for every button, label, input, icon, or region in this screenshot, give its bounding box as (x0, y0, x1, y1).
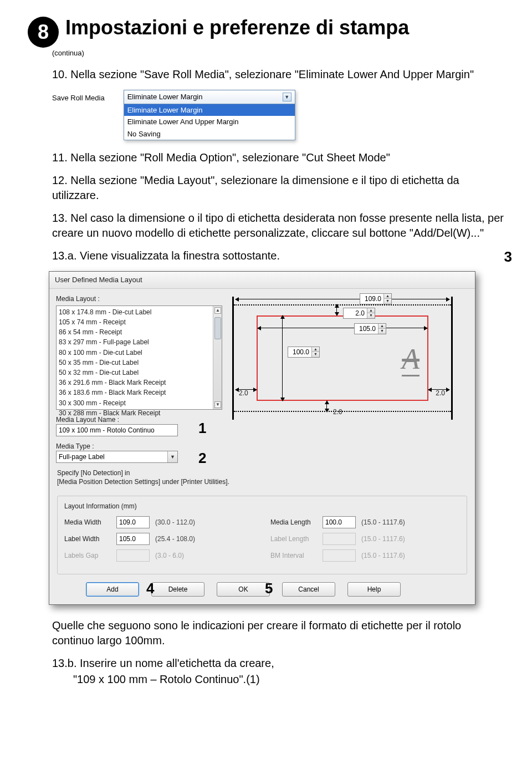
callout-5: 5 (265, 579, 273, 598)
media-length-range: (15.0 - 1117.6) (361, 518, 405, 527)
labels-gap-label: Labels Gap (64, 551, 111, 560)
list-item[interactable]: 36 x 183.6 mm - Black Mark Receipt (59, 388, 211, 398)
instruction-13b-line2: "109 x 100 mm – Rotolo Continuo".(1) (73, 672, 504, 687)
chevron-down-icon[interactable]: ▼ (283, 93, 291, 101)
left-margin-value: 2.0 (239, 389, 248, 398)
bm-interval-range: (15.0 - 1117.6) (361, 551, 405, 560)
media-width-input[interactable] (116, 516, 150, 528)
list-item[interactable]: 80 x 100 mm - Die-cut Label (59, 348, 211, 358)
media-layout-listbox[interactable]: 108 x 174.8 mm - Die-cut Label 105 x 74 … (56, 305, 222, 410)
scroll-up-icon[interactable]: ▲ (214, 307, 221, 314)
media-length-label: Media Length (270, 518, 317, 527)
callout-4: 4 (146, 579, 154, 598)
media-layout-label: Media Layout : (56, 294, 222, 303)
callout-1: 1 (198, 419, 206, 438)
dropdown-option[interactable]: Eliminate Lower And Upper Margin (124, 116, 295, 128)
list-item[interactable]: 30 x 300 mm - Receipt (59, 398, 211, 408)
top-margin-spinner[interactable]: ▲▼ (343, 308, 375, 319)
label-width-input[interactable] (116, 533, 150, 545)
dropdown-current[interactable]: Eliminate Lower Margin ▼ (124, 90, 295, 104)
footer-para: Quelle che seguono sono le indicazioni p… (52, 618, 504, 648)
label-width-spinner[interactable]: ▲▼ (354, 323, 386, 334)
dropdown-current-text: Eliminate Lower Margin (127, 92, 203, 102)
callout-2: 2 (198, 449, 206, 468)
list-item[interactable]: 105 x 74 mm - Receipt (59, 317, 211, 327)
label-length-range: (15.0 - 1117.6) (361, 534, 405, 543)
labels-gap-range: (3.0 - 6.0) (155, 551, 184, 560)
scroll-thumb[interactable] (214, 317, 221, 339)
add-button[interactable]: Add (86, 582, 139, 597)
media-width-label: Media Width (64, 518, 111, 527)
layout-preview: ▲▼ ▲▼ ▲▼ ▲▼ (229, 294, 456, 422)
list-item[interactable]: 50 x 35 mm - Die-cut Label (59, 358, 211, 368)
height-spinner[interactable]: ▲▼ (288, 347, 320, 358)
media-type-combo[interactable]: ▼ (56, 451, 178, 463)
bottom-margin-value: 2.0 (333, 408, 342, 416)
list-item[interactable]: 108 x 174.8 mm - Die-cut Label (59, 307, 211, 317)
help-button[interactable]: Help (347, 582, 401, 597)
instruction-11: 11. Nella sezione "Roll Media Option", s… (52, 150, 504, 165)
instruction-13b-line1: 13.b. Inserire un nome all'etichetta da … (52, 656, 504, 671)
label-width-label: Label Width (64, 534, 111, 543)
dropdown-option[interactable]: Eliminate Lower Margin (124, 104, 295, 116)
media-length-input[interactable] (323, 516, 356, 528)
cancel-button[interactable]: Cancel (282, 582, 335, 597)
label-length-input (323, 533, 356, 545)
list-item[interactable]: 36 x 291.6 mm - Black Mark Receipt (59, 378, 211, 388)
dropdown-option[interactable]: No Saving (124, 128, 295, 140)
page-title: Impostazioni e preferenze di stampa (65, 17, 409, 39)
media-type-label: Media Type : (56, 442, 222, 451)
callout-3: 3 (504, 247, 512, 267)
bm-interval-label: BM Interval (270, 551, 317, 560)
right-margin-value: 2.0 (436, 389, 445, 398)
step-number-badge: 8 (28, 17, 59, 48)
ok-button[interactable]: OK (217, 582, 270, 597)
list-item[interactable]: 83 x 297 mm - Full-page Label (59, 337, 211, 347)
delete-button[interactable]: Delete (151, 582, 204, 597)
instruction-13: 13. Nel caso la dimensione o il tipo di … (52, 211, 504, 241)
instruction-12: 12. Nella sezione "Media Layout", selezi… (52, 173, 504, 203)
label-length-label: Label Length (270, 534, 317, 543)
labels-gap-input (116, 549, 150, 562)
media-layout-name-input[interactable] (56, 424, 178, 436)
letter-a-watermark-icon: A (402, 340, 420, 379)
list-item[interactable]: 86 x 54 mm - Receipt (59, 327, 211, 337)
width-spinner[interactable]: ▲▼ (360, 293, 392, 304)
bm-interval-input (323, 549, 356, 562)
continua-label: (continua) (52, 49, 504, 57)
instruction-10: 10. Nella sezione "Save Roll Media", sel… (52, 67, 504, 82)
dropdown-screenshot: Save Roll Media Eliminate Lower Margin ▼… (52, 90, 504, 140)
media-width-range: (30.0 - 112.0) (155, 518, 195, 527)
media-type-value[interactable] (57, 451, 167, 462)
list-item[interactable]: 50 x 32 mm - Die-cut Label (59, 368, 211, 378)
chevron-down-icon[interactable]: ▼ (167, 451, 177, 462)
instruction-13a: 13.a. Viene visualizzata la finestra sot… (52, 248, 504, 263)
detection-hint: Specify [No Detection] in [Media Positio… (49, 466, 475, 492)
layout-info-group: Layout Information (mm) Media Width (30.… (57, 496, 467, 574)
scrollbar[interactable]: ▲ ▼ (213, 306, 222, 409)
dropdown-label: Save Roll Media (52, 90, 105, 103)
dialog-title: User Defined Media Layout (49, 272, 475, 289)
label-width-range: (25.4 - 108.0) (155, 534, 195, 543)
group-title: Layout Information (mm) (64, 502, 460, 511)
scroll-down-icon[interactable]: ▼ (214, 401, 221, 408)
dialog-user-defined-media-layout: User Defined Media Layout Media Layout :… (49, 271, 475, 605)
